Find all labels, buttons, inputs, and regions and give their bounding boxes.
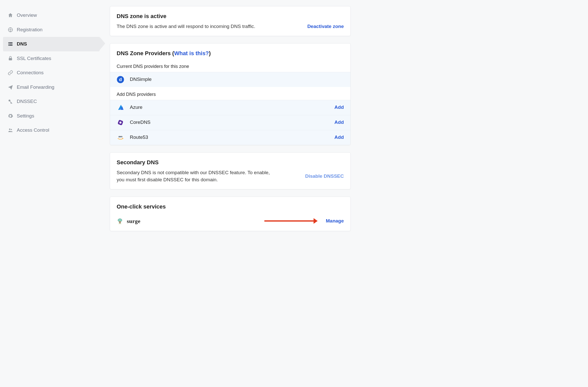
sidebar-item-registration[interactable]: Registration xyxy=(3,23,100,37)
dns-providers-card: DNS Zone Providers (What is this?) Curre… xyxy=(110,43,351,145)
sidebar-item-access-control[interactable]: Access Control xyxy=(3,123,100,138)
service-row-surge: surge Manage xyxy=(110,215,350,231)
add-azure-link[interactable]: Add xyxy=(334,104,344,111)
sidebar-item-label: Registration xyxy=(17,26,42,34)
provider-name: Route53 xyxy=(130,134,329,141)
arrow-annotation-icon xyxy=(264,219,318,223)
provider-row-route53: aws Route53 Add xyxy=(110,130,350,145)
lock-icon xyxy=(8,56,13,61)
oneclick-title: One-click services xyxy=(117,202,344,211)
aws-icon: aws xyxy=(117,134,124,141)
key-icon xyxy=(8,99,13,104)
home-icon xyxy=(8,12,13,18)
sidebar-item-label: DNSSEC xyxy=(17,98,37,105)
sidebar-item-label: Settings xyxy=(17,112,34,120)
svg-point-12 xyxy=(119,122,121,124)
svg-rect-5 xyxy=(9,58,12,60)
sidebar: Overview Registration DNS SSL Certificat… xyxy=(3,6,100,231)
svg-line-16 xyxy=(119,223,119,224)
dnsimple-icon: d xyxy=(117,76,124,83)
sidebar-item-label: SSL Certificates xyxy=(17,55,51,62)
provider-row-coredns: CoreDNS Add xyxy=(110,115,350,130)
sidebar-item-connections[interactable]: Connections xyxy=(3,66,100,80)
sidebar-item-dnssec[interactable]: DNSSEC xyxy=(3,94,100,109)
svg-point-4 xyxy=(9,45,10,45)
users-icon xyxy=(8,127,13,133)
add-coredns-link[interactable]: Add xyxy=(334,119,344,126)
svg-text:d: d xyxy=(119,77,122,82)
dns-zone-desc: The DNS zone is active and will respond … xyxy=(117,23,255,30)
surge-icon xyxy=(117,218,123,224)
secondary-dns-card: Secondary DNS Secondary DNS is not compa… xyxy=(110,152,351,189)
provider-name: CoreDNS xyxy=(130,119,329,126)
svg-point-6 xyxy=(9,100,10,101)
provider-name: Azure xyxy=(130,104,329,111)
providers-title: DNS Zone Providers (What is this?) xyxy=(110,43,350,59)
sidebar-item-ssl[interactable]: SSL Certificates xyxy=(3,51,100,66)
link-icon xyxy=(8,70,13,76)
what-is-this-link[interactable]: What is this? xyxy=(174,50,209,56)
sidebar-item-dns[interactable]: DNS xyxy=(3,37,100,51)
server-icon xyxy=(8,41,13,47)
deactivate-zone-link[interactable]: Deactivate zone xyxy=(307,23,344,30)
sidebar-item-label: Connections xyxy=(17,69,44,77)
paper-plane-icon xyxy=(8,84,13,90)
svg-point-8 xyxy=(11,129,12,130)
sidebar-item-settings[interactable]: Settings xyxy=(3,109,100,123)
sidebar-item-label: Overview xyxy=(17,12,37,19)
azure-icon xyxy=(117,104,124,111)
svg-text:aws: aws xyxy=(118,136,122,138)
dns-zone-title: DNS zone is active xyxy=(117,12,344,20)
svg-rect-15 xyxy=(119,221,121,223)
sidebar-item-label: DNS xyxy=(17,40,27,48)
svg-point-3 xyxy=(9,43,10,43)
sidebar-item-email-forwarding[interactable]: Email Forwarding xyxy=(3,80,100,95)
coredns-icon xyxy=(117,119,124,126)
sidebar-item-label: Email Forwarding xyxy=(17,84,54,91)
oneclick-card: One-click services surge Manage xyxy=(110,197,351,231)
secondary-dns-title: Secondary DNS xyxy=(117,158,344,167)
svg-rect-2 xyxy=(8,44,13,46)
provider-name: DNSimple xyxy=(130,76,344,83)
svg-point-7 xyxy=(9,129,11,130)
add-route53-link[interactable]: Add xyxy=(334,134,344,141)
provider-row-azure: Azure Add xyxy=(110,100,350,115)
provider-row-dnsimple: d DNSimple xyxy=(110,72,350,87)
manage-service-link[interactable]: Manage xyxy=(326,217,344,225)
disable-dnssec-link[interactable]: Disable DNSSEC xyxy=(305,173,344,180)
dns-zone-card: DNS zone is active The DNS zone is activ… xyxy=(110,6,351,36)
svg-line-17 xyxy=(120,223,121,224)
add-providers-label: Add DNS providers xyxy=(110,87,350,100)
main-content: DNS zone is active The DNS zone is activ… xyxy=(110,6,351,231)
sidebar-item-label: Access Control xyxy=(17,127,49,134)
service-name: surge xyxy=(127,217,261,225)
secondary-dns-desc: Secondary DNS is not compatible with our… xyxy=(117,169,274,184)
svg-rect-1 xyxy=(8,42,13,44)
gear-icon xyxy=(8,113,13,119)
sidebar-item-overview[interactable]: Overview xyxy=(3,8,100,23)
current-providers-label: Current DNS providers for this zone xyxy=(110,59,350,72)
globe-icon xyxy=(8,27,13,33)
